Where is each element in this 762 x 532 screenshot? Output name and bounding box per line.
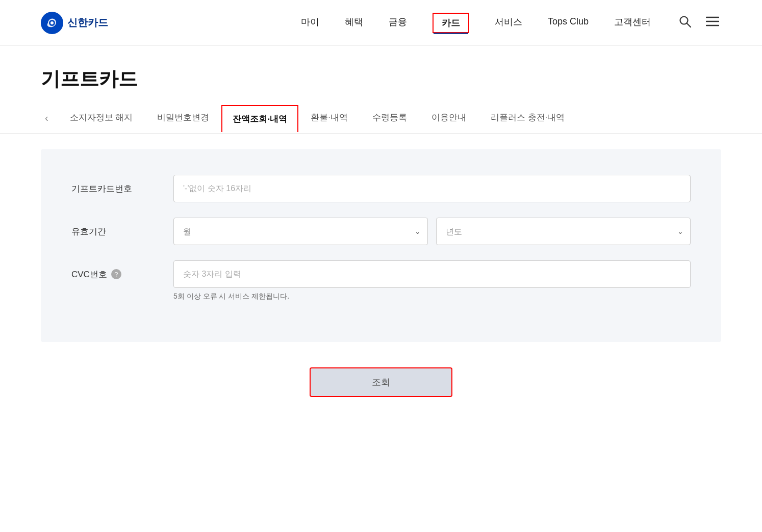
nav-tops[interactable]: Tops Club: [548, 16, 589, 29]
year-select[interactable]: 년도 202420252026 202720282029 2030: [436, 218, 691, 245]
menu-button[interactable]: [704, 14, 721, 32]
submit-section: 조회: [0, 367, 762, 397]
tab-receipt[interactable]: 수령등록: [360, 102, 419, 134]
cvc-input[interactable]: [173, 260, 691, 288]
logo[interactable]: 신한카드: [41, 12, 108, 34]
cvc-label-wrap: CVC번호 ?: [71, 269, 173, 280]
logo-text: 신한카드: [67, 16, 108, 30]
nav-finance[interactable]: 금융: [389, 16, 407, 30]
cvc-label: CVC번호: [71, 269, 107, 280]
form-section: 기프트카드번호 유효기간 월 1234 5678 9101112 ⌄ 년도 20…: [41, 149, 721, 342]
tab-bar: ‹ 소지자정보 해지 비밀번호변경 잔액조회·내역 환불·내역 수령등록 이용안…: [0, 102, 762, 134]
submit-button[interactable]: 조회: [310, 367, 452, 397]
validity-row: 유효기간 월 1234 5678 9101112 ⌄ 년도 2024202520…: [71, 218, 691, 245]
card-number-label: 기프트카드번호: [71, 183, 173, 195]
tab-cancel[interactable]: 소지자정보 해지: [58, 102, 145, 134]
svg-line-4: [687, 23, 691, 27]
cvc-hint: 5회 이상 오류 시 서비스 제한됩니다.: [173, 292, 289, 301]
validity-selects: 월 1234 5678 9101112 ⌄ 년도 202420252026 20…: [173, 218, 691, 245]
month-wrapper: 월 1234 5678 9101112 ⌄: [173, 218, 428, 245]
svg-point-2: [50, 21, 54, 24]
page-title: 기프트카드: [41, 66, 721, 92]
nav-benefit[interactable]: 혜택: [345, 16, 363, 30]
cvc-help-icon[interactable]: ?: [111, 269, 121, 279]
card-number-row: 기프트카드번호: [71, 175, 691, 202]
tab-replus[interactable]: 리플러스 충전·내역: [478, 102, 577, 134]
tab-prev-button[interactable]: ‹: [41, 110, 53, 126]
card-number-input[interactable]: [173, 175, 691, 202]
header-icons: [676, 13, 721, 33]
page-title-section: 기프트카드: [0, 46, 762, 102]
cvc-input-row: CVC번호 ?: [71, 260, 691, 288]
year-wrapper: 년도 202420252026 202720282029 2030 ⌄: [436, 218, 691, 245]
nav-service[interactable]: 서비스: [495, 16, 522, 30]
cvc-row: CVC번호 ? 5회 이상 오류 시 서비스 제한됩니다.: [71, 260, 691, 301]
tab-balance[interactable]: 잔액조회·내역: [221, 105, 298, 132]
search-icon: [678, 15, 692, 28]
main-nav: 마이 혜택 금융 카드 서비스 Tops Club 고객센터: [301, 13, 651, 33]
search-button[interactable]: [676, 13, 694, 33]
nav-card[interactable]: 카드: [433, 13, 469, 33]
month-select[interactable]: 월 1234 5678 9101112: [173, 218, 428, 245]
tab-guide[interactable]: 이용안내: [419, 102, 478, 134]
hamburger-icon: [706, 16, 719, 27]
nav-customer[interactable]: 고객센터: [614, 16, 651, 30]
tab-refund[interactable]: 환불·내역: [298, 102, 360, 134]
header: 신한카드 마이 혜택 금융 카드 서비스 Tops Club 고객센터: [0, 0, 762, 46]
validity-label: 유효기간: [71, 226, 173, 237]
nav-mai[interactable]: 마이: [301, 16, 319, 30]
tab-password[interactable]: 비밀번호변경: [145, 102, 221, 134]
